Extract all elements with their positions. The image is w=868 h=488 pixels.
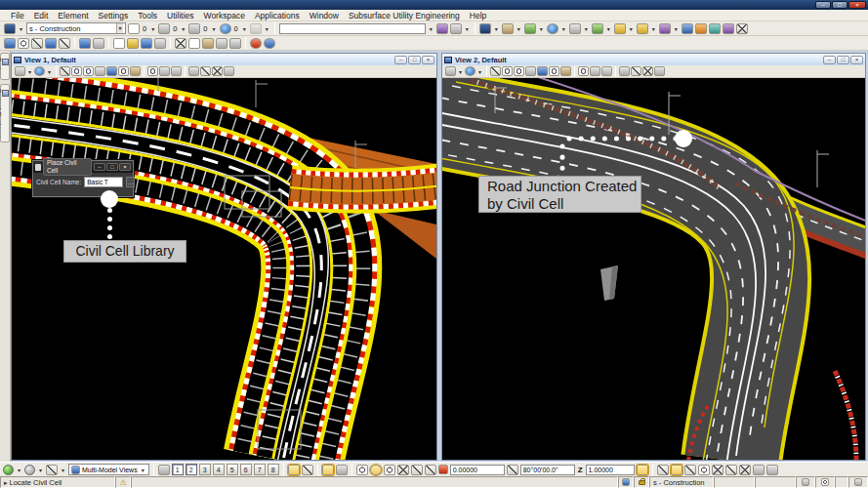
civil-square-icon[interactable]: [766, 465, 778, 475]
fly-icon[interactable]: [590, 66, 600, 76]
lock-icon[interactable]: [250, 23, 262, 34]
view1-titlebar[interactable]: View 1, Default: [12, 54, 436, 65]
saved-views-icon[interactable]: [569, 23, 581, 34]
menu-settings[interactable]: Settings: [94, 11, 134, 20]
line-weight-icon[interactable]: [188, 23, 200, 34]
popset-icon[interactable]: [250, 38, 262, 49]
zoom-in-icon[interactable]: [71, 66, 82, 76]
dialog-pin-button[interactable]: [106, 163, 118, 171]
snap-mode-icon[interactable]: [18, 38, 29, 49]
keyin-input[interactable]: [279, 23, 426, 34]
civil-line-icon[interactable]: [657, 465, 669, 475]
no-rotation-icon[interactable]: [384, 465, 395, 475]
menu-element[interactable]: Element: [53, 11, 93, 20]
save-icon[interactable]: [141, 38, 152, 49]
status-fence-cell[interactable]: [796, 476, 815, 488]
element-selection-icon[interactable]: [450, 23, 462, 34]
dialog-minimize-button[interactable]: [94, 163, 105, 171]
clip-volume-icon[interactable]: [200, 66, 211, 76]
app-maximize-button[interactable]: [832, 1, 847, 9]
locate-sphere-icon[interactable]: [24, 465, 35, 475]
accusnap-toggle-icon[interactable]: [288, 465, 300, 475]
chevron-down-icon[interactable]: [60, 467, 66, 473]
arrow-tool-icon[interactable]: [411, 465, 423, 475]
view1-canvas[interactable]: Place Civil Cell Civil Cell Name: Civil …: [12, 78, 436, 460]
terrain-snap-alt-icon[interactable]: [336, 465, 348, 475]
fit-view-icon[interactable]: [537, 66, 548, 76]
chevron-down-icon[interactable]: [457, 68, 464, 75]
chevron-down-icon[interactable]: [149, 25, 156, 32]
view-toggle-7[interactable]: 7: [254, 464, 266, 475]
menu-file[interactable]: File: [6, 11, 29, 20]
display-style-icon[interactable]: [15, 66, 25, 76]
delete-element-icon[interactable]: [736, 23, 748, 34]
view-attributes-icon[interactable]: [490, 66, 501, 76]
coord-input[interactable]: [450, 465, 505, 475]
markup-icon[interactable]: [709, 23, 721, 34]
menu-help[interactable]: Help: [465, 11, 491, 20]
view-group-combo[interactable]: Multi-Model Views: [68, 464, 149, 475]
status-snap-cell[interactable]: [815, 476, 835, 488]
chevron-down-icon[interactable]: [16, 467, 22, 473]
walk-icon[interactable]: [578, 66, 589, 76]
compass-icon[interactable]: [356, 465, 368, 475]
chevron-down-icon[interactable]: [673, 25, 680, 32]
status-level-cell[interactable]: s - Construction: [649, 476, 714, 488]
view-toggle-3[interactable]: 3: [199, 464, 211, 475]
menu-tools[interactable]: Tools: [133, 11, 162, 20]
chevron-down-icon[interactable]: [18, 25, 24, 32]
zoom-out-icon[interactable]: [83, 66, 94, 76]
accusnap-sphere-icon[interactable]: [3, 465, 14, 475]
point-clouds-icon[interactable]: [547, 23, 558, 34]
accudraw-icon[interactable]: [45, 38, 57, 49]
chevron-down-icon[interactable]: [476, 68, 483, 75]
chevron-down-icon[interactable]: [650, 25, 657, 32]
help-icon[interactable]: [264, 38, 275, 49]
view-previous-icon[interactable]: [601, 66, 612, 76]
adjust-view-brightness-icon[interactable]: [34, 66, 45, 76]
view1-maximize-button[interactable]: [408, 56, 421, 64]
level-display-icon[interactable]: [637, 23, 648, 34]
fit-view-icon[interactable]: [106, 66, 117, 76]
angle-input[interactable]: [520, 465, 575, 475]
chevron-down-icon[interactable]: [46, 68, 53, 75]
civil-accudraw-toggle-icon[interactable]: [637, 465, 648, 475]
open-file-icon[interactable]: [127, 38, 139, 49]
undo-icon[interactable]: [216, 38, 227, 49]
view-toggle-4[interactable]: 4: [213, 464, 225, 475]
civil-circle-icon[interactable]: [698, 465, 710, 475]
view-undo-icon[interactable]: [654, 66, 665, 76]
civil-arc-icon[interactable]: [753, 465, 765, 475]
view-toggle-2[interactable]: 2: [186, 464, 197, 475]
status-warning-cell[interactable]: ⚠: [115, 476, 131, 488]
chevron-down-icon[interactable]: [464, 25, 471, 32]
menu-edit[interactable]: Edit: [29, 11, 54, 20]
view1-minimize-button[interactable]: [394, 56, 407, 64]
chevron-down-icon[interactable]: [516, 25, 522, 32]
view-toggle-5[interactable]: 5: [227, 464, 238, 475]
angle-tool-icon[interactable]: [46, 465, 58, 475]
civil-slope-icon[interactable]: [671, 465, 682, 475]
references-icon[interactable]: [502, 23, 514, 34]
view-toggle-6[interactable]: 6: [240, 464, 252, 475]
snowflake-freeze-icon[interactable]: [79, 38, 91, 49]
redo-icon[interactable]: [229, 38, 241, 49]
menu-subsurface-utility-engineering[interactable]: Subsurface Utility Engineering: [344, 11, 465, 20]
chevron-down-icon[interactable]: [37, 467, 44, 473]
civil-offset-icon[interactable]: [684, 465, 696, 475]
locks-icon[interactable]: [31, 38, 43, 49]
app-close-button[interactable]: [848, 1, 866, 9]
pen-check-icon[interactable]: [302, 465, 313, 475]
view-toggle-8[interactable]: 8: [268, 464, 279, 475]
status-selection-cell[interactable]: [618, 476, 634, 488]
details-search-icon[interactable]: [695, 23, 707, 34]
cells-icon[interactable]: [592, 23, 603, 34]
menu-applications[interactable]: Applications: [250, 11, 305, 20]
pointer-icon[interactable]: [59, 38, 70, 49]
menu-utilities[interactable]: Utilities: [162, 11, 198, 20]
civil-star-icon[interactable]: [712, 465, 723, 475]
status-dgn-cell[interactable]: [848, 476, 868, 488]
view-toggle-1[interactable]: 1: [172, 464, 184, 475]
civil-close-icon[interactable]: [739, 465, 751, 475]
view2-titlebar[interactable]: View 2, Default: [442, 54, 865, 65]
